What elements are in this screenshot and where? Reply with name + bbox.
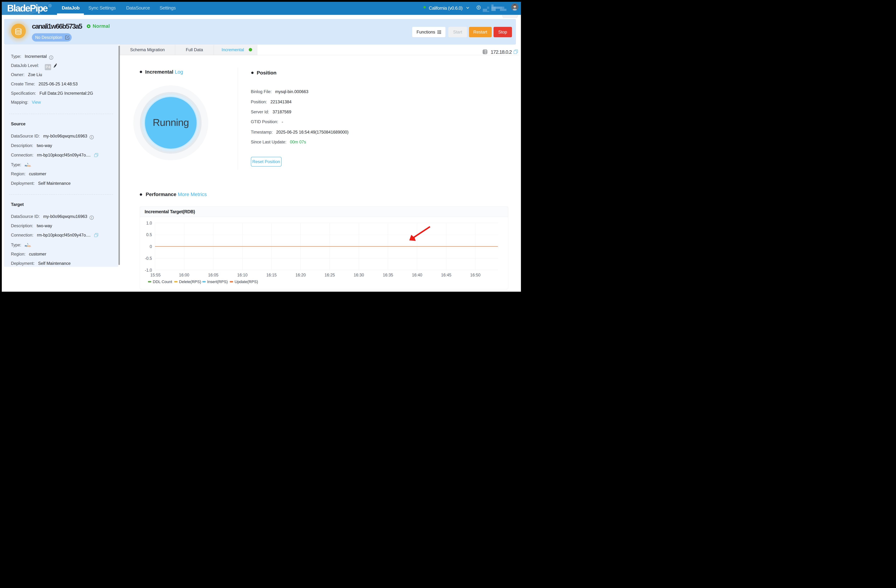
svg-text:16:20: 16:20 — [295, 273, 306, 277]
svg-text:SQL: SQL — [27, 245, 31, 247]
svg-text:1.0: 1.0 — [146, 221, 152, 225]
svg-text:16:00: 16:00 — [179, 273, 189, 277]
svg-text:-1.0: -1.0 — [145, 268, 152, 272]
svg-text:Insert(RPS): Insert(RPS) — [207, 280, 228, 284]
svg-text:16:30: 16:30 — [354, 273, 364, 277]
svg-text:16:45: 16:45 — [441, 273, 451, 277]
svg-text:16:10: 16:10 — [237, 273, 247, 277]
svg-text:Delete(RPS): Delete(RPS) — [179, 280, 201, 284]
svg-text:Update(RPS): Update(RPS) — [235, 280, 258, 284]
svg-text:DDL Count: DDL Count — [153, 280, 172, 284]
svg-text:0: 0 — [149, 244, 152, 249]
svg-text:16:05: 16:05 — [208, 273, 218, 277]
svg-text:16:35: 16:35 — [383, 273, 393, 277]
svg-text:16:15: 16:15 — [266, 273, 277, 277]
svg-text:16:25: 16:25 — [325, 273, 335, 277]
svg-text:15:55: 15:55 — [150, 273, 160, 277]
svg-text:-0.5: -0.5 — [145, 256, 152, 261]
svg-text:0.5: 0.5 — [146, 232, 152, 237]
svg-text:16:40: 16:40 — [412, 273, 422, 277]
svg-text:SQL: SQL — [27, 165, 31, 167]
svg-text:16:50: 16:50 — [470, 273, 480, 277]
